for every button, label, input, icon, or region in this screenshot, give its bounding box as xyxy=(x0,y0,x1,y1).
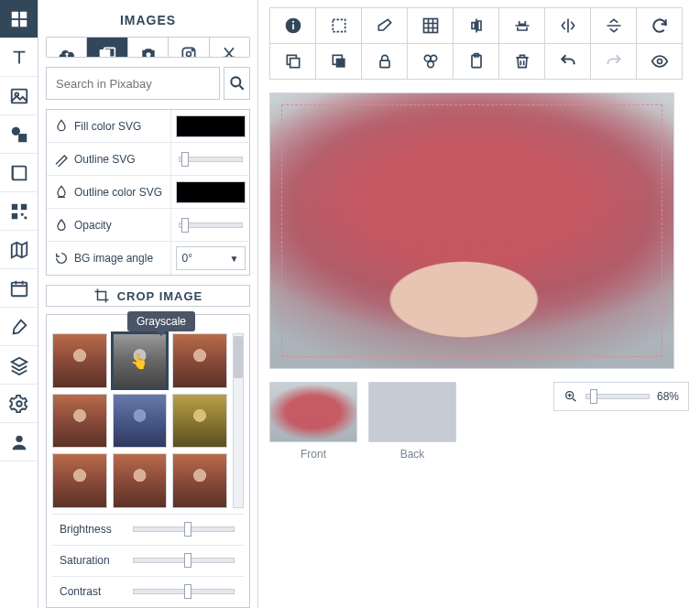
group-icon[interactable] xyxy=(407,43,454,80)
filter-tooltip: Grayscale xyxy=(127,311,195,331)
filter-thumb-grayscale[interactable]: 👆 xyxy=(113,333,168,388)
saturation-slider[interactable] xyxy=(133,558,235,563)
filters-scrollbar[interactable] xyxy=(233,333,244,508)
rail-grid-icon[interactable] xyxy=(0,0,38,38)
paste-icon[interactable] xyxy=(453,43,499,80)
canvas-area: Front Back 68% xyxy=(258,0,700,608)
undo-icon[interactable] xyxy=(544,43,591,80)
filter-thumb-7[interactable] xyxy=(52,453,107,508)
saturation-label: Saturation xyxy=(52,554,124,567)
duplicate-icon[interactable] xyxy=(315,43,362,80)
svg-rect-0 xyxy=(11,11,17,17)
panel-title: IMAGES xyxy=(46,7,250,37)
rail-brush-icon[interactable] xyxy=(0,308,38,346)
rail-user-icon[interactable] xyxy=(0,423,38,461)
svg-point-14 xyxy=(16,401,22,407)
svg-rect-3 xyxy=(19,19,26,26)
upload-button[interactable] xyxy=(47,38,87,58)
fill-color-swatch[interactable] xyxy=(176,115,246,137)
instagram-button[interactable] xyxy=(169,38,209,58)
brightness-label: Brightness xyxy=(52,523,124,536)
flip-v-icon[interactable] xyxy=(590,7,637,44)
zoom-control: 68% xyxy=(553,382,689,411)
svg-point-35 xyxy=(424,55,431,61)
bg-angle-select[interactable]: 0°▼ xyxy=(176,246,246,270)
svg-rect-31 xyxy=(290,59,299,68)
redo-icon[interactable] xyxy=(590,43,637,80)
top-toolbar xyxy=(269,7,689,80)
svg-rect-10 xyxy=(11,212,16,218)
images-panel: IMAGES Fill color SVG Outline SVG Outlin… xyxy=(38,0,258,608)
svg-point-15 xyxy=(16,435,22,441)
filter-thumb-6[interactable] xyxy=(172,394,227,449)
svg-rect-7 xyxy=(18,134,27,142)
svg-rect-13 xyxy=(11,282,27,296)
align-v-icon[interactable] xyxy=(498,7,545,44)
rail-image-icon[interactable] xyxy=(0,77,38,115)
zoom-value: 68% xyxy=(657,390,679,403)
camera-button[interactable] xyxy=(128,38,169,58)
search-input[interactable] xyxy=(46,67,220,100)
crop-image-button[interactable]: CROP IMAGE xyxy=(46,285,250,306)
copy-icon[interactable] xyxy=(269,43,316,80)
cut-button[interactable] xyxy=(210,38,249,58)
zoom-icon xyxy=(563,389,578,404)
svg-rect-34 xyxy=(380,60,389,68)
bg-angle-label: BG image angle xyxy=(47,251,170,266)
flip-h-icon[interactable] xyxy=(544,7,591,44)
left-rail xyxy=(0,0,38,608)
outline-color-swatch[interactable] xyxy=(176,181,246,203)
contrast-slider[interactable] xyxy=(133,589,235,594)
search-button[interactable] xyxy=(224,67,250,100)
svg-rect-29 xyxy=(423,19,437,33)
preview-icon[interactable] xyxy=(636,43,683,80)
svg-rect-12 xyxy=(24,216,27,219)
opacity-slider[interactable] xyxy=(179,223,243,228)
svg-point-20 xyxy=(186,52,191,57)
crop-overlay[interactable] xyxy=(281,104,662,357)
rail-book-icon[interactable] xyxy=(0,154,38,192)
eraser-icon[interactable] xyxy=(361,7,408,44)
lock-icon[interactable] xyxy=(361,43,408,80)
grid-icon[interactable] xyxy=(407,7,454,44)
rail-map-icon[interactable] xyxy=(0,231,38,269)
front-view-thumb[interactable] xyxy=(269,382,357,442)
trash-icon[interactable] xyxy=(498,43,545,80)
align-h-icon[interactable] xyxy=(453,7,499,44)
svg-rect-28 xyxy=(333,19,345,31)
rail-shapes-icon[interactable] xyxy=(0,115,38,154)
canvas-image[interactable] xyxy=(269,92,674,369)
front-view-label: Front xyxy=(301,448,326,461)
filter-thumb-3[interactable] xyxy=(172,333,227,388)
svg-rect-1 xyxy=(19,11,26,17)
zoom-slider[interactable] xyxy=(585,394,650,399)
outline-slider[interactable] xyxy=(179,157,243,162)
filter-thumb-5[interactable] xyxy=(113,394,168,449)
rail-layers-icon[interactable] xyxy=(0,346,38,385)
svg-point-22 xyxy=(224,57,226,58)
outline-color-label: Outline color SVG xyxy=(47,185,170,200)
contrast-label: Contrast xyxy=(52,585,124,598)
filter-thumb-8[interactable] xyxy=(113,453,168,508)
filters-section: Grayscale 👆 Brightness xyxy=(46,314,250,608)
fill-color-label: Fill color SVG xyxy=(47,119,170,134)
back-view-label: Back xyxy=(400,448,425,461)
back-view-thumb[interactable] xyxy=(368,382,456,442)
rotate-icon[interactable] xyxy=(636,7,683,44)
brightness-slider[interactable] xyxy=(133,527,235,532)
svg-point-18 xyxy=(146,52,150,57)
rail-calendar-icon[interactable] xyxy=(0,269,38,308)
select-icon[interactable] xyxy=(315,7,362,44)
rail-settings-icon[interactable] xyxy=(0,385,38,423)
svg-rect-33 xyxy=(335,59,345,68)
svg-point-21 xyxy=(191,49,193,51)
filter-thumb-9[interactable] xyxy=(172,453,227,508)
filter-thumb-4[interactable] xyxy=(52,394,107,449)
svg-rect-8 xyxy=(11,203,16,209)
outline-label: Outline SVG xyxy=(47,152,170,167)
filter-thumb-original[interactable] xyxy=(52,333,107,388)
rail-text-icon[interactable] xyxy=(0,38,38,77)
stock-photos-button[interactable] xyxy=(87,38,127,58)
rail-qr-icon[interactable] xyxy=(0,192,38,231)
info-icon[interactable] xyxy=(269,7,316,44)
